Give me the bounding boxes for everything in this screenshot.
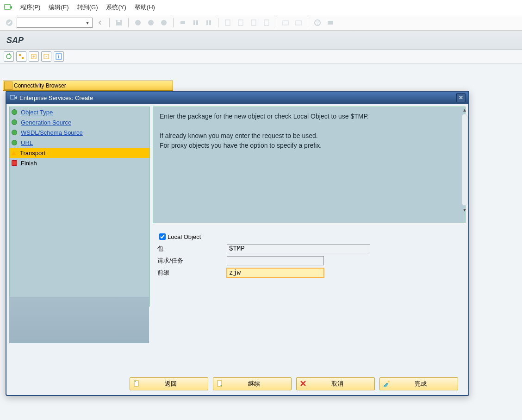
prefix-input[interactable]	[227, 268, 324, 277]
step-generation-source-label[interactable]: Generation Source	[21, 119, 71, 126]
cancel-button[interactable]: 取消	[296, 377, 375, 390]
svg-rect-13	[238, 20, 243, 25]
svg-text:?: ?	[316, 20, 319, 25]
svg-rect-23	[22, 57, 24, 59]
step-url[interactable]: URL	[10, 138, 149, 148]
request-input[interactable]	[227, 256, 324, 265]
svg-rect-7	[180, 21, 185, 24]
layout-icon[interactable]	[325, 17, 336, 28]
dialog-close-button[interactable]: ✕	[456, 93, 466, 102]
chevron-left-icon[interactable]	[94, 17, 106, 28]
menu-edit[interactable]: 编辑(E)	[49, 3, 68, 12]
collapse-icon[interactable]: -	[41, 51, 51, 62]
prev-page-icon[interactable]	[235, 17, 246, 28]
menu-program[interactable]: 程序(P)	[20, 3, 40, 12]
back-button[interactable]: 返回	[130, 377, 208, 390]
svg-rect-8	[193, 20, 195, 25]
svg-rect-10	[206, 20, 208, 25]
step-current-icon	[12, 151, 16, 155]
step-done-icon	[12, 130, 17, 135]
step-done-icon	[12, 140, 17, 145]
request-row: 请求/任务	[157, 255, 466, 267]
menu-goto[interactable]: 转到(G)	[77, 3, 98, 12]
step-url-label[interactable]: URL	[21, 139, 33, 146]
cancel-icon[interactable]	[158, 17, 169, 28]
step-done-icon	[12, 109, 17, 115]
menubar: 程序(P) 编辑(E) 转到(G) 系统(Y) 帮助(H)	[0, 0, 522, 15]
last-page-icon[interactable]	[261, 17, 272, 28]
local-object-checkbox[interactable]	[159, 233, 166, 240]
continue-button[interactable]: 继续	[213, 377, 292, 390]
separator	[276, 18, 276, 27]
info-line-2: If already known you may enter the reque…	[160, 131, 459, 141]
menu-system[interactable]: 系统(Y)	[106, 3, 126, 12]
command-field[interactable]: ▾	[17, 18, 93, 28]
refresh-icon[interactable]	[4, 51, 14, 62]
svg-rect-3	[118, 20, 120, 22]
dialog-icon	[9, 94, 17, 101]
scroll-track[interactable]	[462, 114, 467, 206]
separator	[128, 18, 129, 27]
package-input[interactable]	[227, 244, 370, 253]
expand-icon[interactable]: +	[29, 51, 39, 62]
step-wsdl-source[interactable]: WSDL/Schema Source	[10, 127, 149, 138]
svg-rect-17	[296, 21, 301, 25]
package-row: 包	[157, 243, 466, 255]
new-session-icon[interactable]	[280, 17, 291, 28]
exit-icon[interactable]	[145, 17, 156, 28]
first-page-icon[interactable]	[222, 17, 233, 28]
menu-help[interactable]: 帮助(H)	[135, 3, 155, 12]
folder-icon	[4, 81, 12, 90]
separator	[308, 18, 308, 27]
separator	[218, 18, 218, 27]
step-object-type[interactable]: Object Type	[10, 107, 149, 117]
cancel-button-label: 取消	[311, 380, 374, 388]
prefix-label: 前缀	[157, 269, 227, 277]
request-label: 请求/任务	[157, 257, 227, 265]
back-icon[interactable]	[132, 17, 143, 28]
dropdown-icon[interactable]: ▾	[84, 19, 91, 26]
svg-rect-22	[19, 54, 21, 56]
finish-button[interactable]: 完成	[379, 377, 458, 390]
svg-point-33	[388, 381, 390, 382]
scroll-up-icon[interactable]: ▴	[461, 107, 468, 113]
tree-icon[interactable]	[16, 51, 26, 62]
scroll-down-icon[interactable]: ▾	[461, 207, 468, 213]
page-back-icon	[133, 380, 141, 388]
print-icon[interactable]	[177, 17, 188, 28]
app-title: SAP	[6, 36, 24, 45]
dialog-button-bar: 返回 继续 取消 完成	[6, 377, 468, 390]
separator	[173, 18, 174, 27]
cancel-icon	[299, 380, 308, 388]
local-object-label: Local Object	[168, 233, 201, 240]
shortcut-icon[interactable]	[293, 17, 304, 28]
step-object-type-label[interactable]: Object Type	[21, 109, 53, 116]
menu-icon	[4, 3, 12, 12]
finish-icon	[383, 380, 391, 388]
svg-point-5	[148, 20, 154, 25]
dialog-enterprise-services-create: Enterprise Services: Create ✕ Object Typ…	[6, 91, 469, 396]
toolbar: ▾ ?	[0, 15, 522, 31]
svg-rect-9	[196, 20, 198, 25]
save-icon[interactable]	[113, 17, 124, 28]
svg-rect-11	[209, 20, 211, 25]
step-done-icon	[12, 119, 17, 125]
step-transport-label: Transport	[20, 150, 45, 157]
next-page-icon[interactable]	[248, 17, 259, 28]
step-transport[interactable]: Transport	[10, 148, 149, 158]
step-finish[interactable]: Finish	[10, 158, 149, 168]
step-generation-source[interactable]: Generation Source	[10, 117, 149, 127]
find-icon[interactable]	[190, 17, 201, 28]
svg-point-21	[6, 54, 11, 59]
info-icon[interactable]: i	[54, 51, 64, 62]
connectivity-browser-tab[interactable]: Connectivity Browser	[3, 81, 173, 91]
svg-rect-20	[328, 21, 333, 25]
info-scrollbar[interactable]: ▴ ▾	[461, 107, 468, 213]
help-icon[interactable]: ?	[312, 17, 323, 28]
step-wsdl-source-label[interactable]: WSDL/Schema Source	[21, 129, 83, 136]
main-area: SAP + - i Connectivity Browser Enterpris…	[0, 31, 522, 420]
steps-footer-area	[9, 297, 149, 343]
local-object-row: Local Object	[157, 231, 466, 243]
find-next-icon[interactable]	[203, 17, 214, 28]
ok-icon[interactable]	[4, 17, 15, 28]
